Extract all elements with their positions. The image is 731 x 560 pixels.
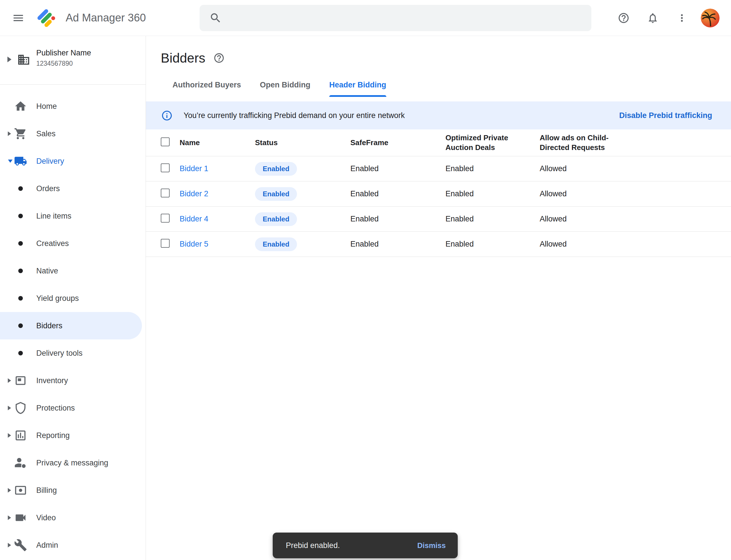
sidebar: Publisher Name 1234567890 Home Sales Del… xyxy=(0,36,146,560)
expand-arrow-icon[interactable] xyxy=(8,378,11,383)
banner-message: You’re currently trafficking Prebid dema… xyxy=(184,111,404,120)
expand-arrow-icon[interactable] xyxy=(8,488,11,493)
expand-arrow-icon[interactable] xyxy=(8,543,11,547)
sidebar-item-billing[interactable]: Billing xyxy=(0,477,146,504)
tab-open-bidding[interactable]: Open Bidding xyxy=(251,81,320,97)
publisher-id: 1234567890 xyxy=(36,60,91,67)
row-checkbox[interactable] xyxy=(161,239,170,248)
menu-icon[interactable] xyxy=(8,8,29,28)
collapse-arrow-icon[interactable] xyxy=(8,159,13,163)
child-directed-cell: Allowed xyxy=(540,164,731,173)
sidebar-item-home[interactable]: Home xyxy=(0,93,146,120)
bidder-link[interactable]: Bidder 2 xyxy=(180,189,255,198)
app-logo[interactable]: Ad Manager 360 xyxy=(35,7,146,29)
status-badge: Enabled xyxy=(255,162,297,176)
safeframe-cell: Enabled xyxy=(351,164,445,173)
column-header-name: Name xyxy=(180,138,255,148)
sidebar-item-native[interactable]: Native xyxy=(0,257,146,285)
bullet-icon xyxy=(18,323,23,328)
optimized-private-auction-deals-cell: Enabled xyxy=(445,215,540,223)
sidebar-item-privacy-messaging[interactable]: Privacy & messaging xyxy=(0,449,146,477)
select-all-checkbox[interactable] xyxy=(161,137,170,146)
sidebar-item-sales[interactable]: Sales xyxy=(0,120,146,147)
row-checkbox[interactable] xyxy=(161,163,170,172)
expand-arrow-icon[interactable] xyxy=(8,433,11,438)
safeframe-cell: Enabled xyxy=(351,215,445,223)
sidebar-item-label: Line items xyxy=(36,212,71,221)
sidebar-item-video[interactable]: Video xyxy=(0,504,146,531)
page-header: Bidders xyxy=(146,36,731,66)
expand-arrow-icon[interactable] xyxy=(8,131,11,136)
sidebar-item-admin[interactable]: Admin xyxy=(0,531,146,559)
help-icon[interactable] xyxy=(613,8,634,28)
sidebar-item-protections[interactable]: Protections xyxy=(0,394,146,422)
table-row: Bidder 2 Enabled Enabled Enabled Allowed xyxy=(146,181,731,207)
sidebar-item-label: Bidders xyxy=(36,321,63,330)
search-input[interactable] xyxy=(222,5,591,31)
sidebar-item-label: Protections xyxy=(36,404,75,413)
expand-arrow-icon xyxy=(7,57,11,62)
inventory-icon xyxy=(14,374,27,387)
sidebar-item-label: Orders xyxy=(36,184,60,193)
sidebar-item-label: Native xyxy=(36,267,58,275)
sidebar-item-label: Home xyxy=(36,102,57,111)
sidebar-item-creatives[interactable]: Creatives xyxy=(0,230,146,257)
help-circle-icon[interactable] xyxy=(213,52,225,64)
status-badge: Enabled xyxy=(255,187,297,201)
sidebar-item-label: Delivery tools xyxy=(36,349,83,358)
sidebar-item-label: Admin xyxy=(36,541,58,550)
disable-prebid-trafficking-link[interactable]: Disable Prebid trafficking xyxy=(619,111,712,120)
expand-arrow-icon[interactable] xyxy=(8,515,11,520)
publisher-info: Publisher Name 1234567890 xyxy=(36,49,91,67)
video-camera-icon xyxy=(14,511,27,524)
info-icon xyxy=(161,110,173,121)
status-badge: Enabled xyxy=(255,212,297,226)
tab-header-bidding[interactable]: Header Bidding xyxy=(320,81,396,97)
topbar-actions xyxy=(613,0,731,36)
person-icon xyxy=(14,456,27,469)
sidebar-item-orders[interactable]: Orders xyxy=(0,175,146,202)
prebid-info-banner: You’re currently trafficking Prebid dema… xyxy=(146,101,731,129)
row-checkbox[interactable] xyxy=(161,189,170,197)
child-directed-cell: Allowed xyxy=(540,240,731,249)
sidebar-item-bidders[interactable]: Bidders xyxy=(0,312,142,339)
page-title: Bidders xyxy=(161,50,205,66)
sidebar-item-label: Privacy & messaging xyxy=(36,459,108,467)
wrench-icon xyxy=(14,539,27,552)
snackbar: Prebid enabled. Dismiss xyxy=(273,533,458,558)
optimized-private-auction-deals-cell: Enabled xyxy=(445,240,540,249)
bullet-icon xyxy=(18,241,23,246)
sidebar-item-yield-groups[interactable]: Yield groups xyxy=(0,285,146,312)
dismiss-button[interactable]: Dismiss xyxy=(417,541,446,550)
bidder-link[interactable]: Bidder 5 xyxy=(180,240,255,249)
sidebar-item-line-items[interactable]: Line items xyxy=(0,202,146,230)
publisher-name: Publisher Name xyxy=(36,49,91,57)
status-badge: Enabled xyxy=(255,237,297,251)
bullet-icon xyxy=(18,186,23,191)
search-bar[interactable] xyxy=(200,5,591,31)
bidder-link[interactable]: Bidder 4 xyxy=(180,215,255,223)
safeframe-cell: Enabled xyxy=(351,189,445,198)
table-row: Bidder 1 Enabled Enabled Enabled Allowed xyxy=(146,156,731,181)
notifications-icon[interactable] xyxy=(642,8,663,28)
sidebar-item-delivery-tools[interactable]: Delivery tools xyxy=(0,339,146,367)
optimized-private-auction-deals-cell: Enabled xyxy=(445,189,540,198)
avatar[interactable] xyxy=(701,9,720,27)
bidder-link[interactable]: Bidder 1 xyxy=(180,164,255,173)
sidebar-item-reporting[interactable]: Reporting xyxy=(0,422,146,449)
billing-icon xyxy=(14,484,27,497)
sidebar-item-label: Yield groups xyxy=(36,294,79,303)
bullet-icon xyxy=(18,296,23,301)
publisher-selector[interactable]: Publisher Name 1234567890 xyxy=(0,36,146,85)
sidebar-item-inventory[interactable]: Inventory xyxy=(0,367,146,394)
home-icon xyxy=(14,100,27,113)
expand-arrow-icon[interactable] xyxy=(8,406,11,410)
more-vert-icon[interactable] xyxy=(672,8,692,28)
row-checkbox[interactable] xyxy=(161,214,170,223)
sidebar-item-label: Sales xyxy=(36,129,56,138)
sidebar-item-delivery[interactable]: Delivery xyxy=(0,147,146,175)
app-bar: Ad Manager 360 xyxy=(0,0,731,36)
tab-authorized-buyers[interactable]: Authorized Buyers xyxy=(163,81,251,97)
safeframe-cell: Enabled xyxy=(351,240,445,249)
search-icon xyxy=(209,12,222,24)
